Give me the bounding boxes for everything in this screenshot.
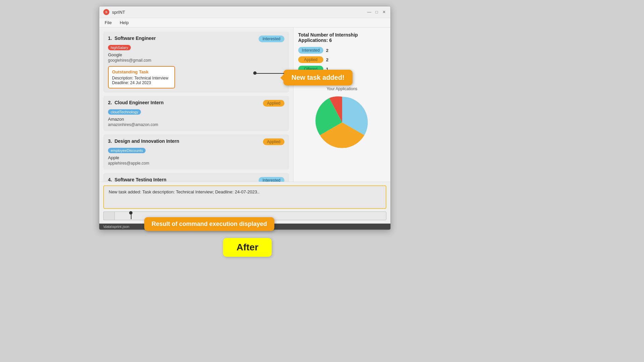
job-card-2[interactable]: 2. Cloud Engineer Intern Applied cloudTe… xyxy=(103,96,289,131)
job-list-panel: 1. Software Engineer Interested highSala… xyxy=(99,27,293,182)
output-box: New task added: Task description: Techni… xyxy=(103,185,386,209)
stat-badge-interested: Interested xyxy=(298,47,323,54)
company-2: Amazon xyxy=(108,117,284,122)
command-button[interactable] xyxy=(103,212,114,220)
new-task-tooltip-wrapper: New task added! xyxy=(283,70,353,85)
email-2: amazonhires@amazon.com xyxy=(108,122,284,127)
stat-row-applied: Applied 2 xyxy=(298,56,386,63)
status-badge-3[interactable]: Applied xyxy=(263,138,284,145)
stats-panel: Total Number of Internship Applications:… xyxy=(293,27,390,182)
stat-count-applied: 2 xyxy=(326,57,328,62)
menu-help[interactable]: Help xyxy=(118,19,130,26)
task-desc-1: Description: Technical Interview xyxy=(112,76,171,80)
task-deadline-1: Deadline: 24 Jul 2023 xyxy=(112,80,171,85)
tag-1: highSalary xyxy=(108,45,131,50)
new-task-tooltip: New task added! xyxy=(283,70,353,85)
job-card-1[interactable]: 1. Software Engineer Interested highSala… xyxy=(103,32,289,93)
email-1: googlehires@gmail.com xyxy=(108,58,284,63)
status-badge-2[interactable]: Applied xyxy=(263,100,284,107)
connector-dot xyxy=(253,71,257,75)
job-title-1: 1. Software Engineer xyxy=(108,36,156,41)
result-tooltip: Result of command execution displayed xyxy=(144,217,274,231)
task-title-1: Outstanding Task xyxy=(112,69,171,74)
connector-line xyxy=(254,73,284,74)
chart-label: Your Applications xyxy=(327,86,358,91)
main-content: 1. Software Engineer Interested highSala… xyxy=(99,27,390,182)
minimize-button[interactable]: — xyxy=(367,10,372,14)
task-box-1: Outstanding Task Description: Technical … xyxy=(108,66,175,88)
company-1: Google xyxy=(108,52,284,57)
app-icon: S xyxy=(103,9,109,15)
stat-badge-applied: Applied xyxy=(298,56,323,63)
app-title: sprINT xyxy=(112,10,125,15)
tag-3: employeeDiscounts xyxy=(108,148,146,153)
after-badge: After xyxy=(223,238,272,257)
close-button[interactable]: ✕ xyxy=(382,10,386,14)
job-title-2: 2. Cloud Engineer Intern xyxy=(108,100,164,105)
output-text: New task added: Task description: Techni… xyxy=(109,189,260,194)
chart-container: Your Applications xyxy=(298,86,386,151)
pie-chart xyxy=(314,94,371,151)
job-card-3[interactable]: 3. Design and Innovation Intern Applied … xyxy=(103,134,289,170)
menubar: File Help xyxy=(99,18,390,27)
titlebar: S sprINT — □ ✕ xyxy=(99,6,390,18)
maximize-button[interactable]: □ xyxy=(374,10,379,14)
result-connector-dot xyxy=(129,211,132,215)
status-badge-4[interactable]: Interested xyxy=(259,177,284,182)
job-title-3: 3. Design and Innovation Intern xyxy=(108,138,179,144)
statusbar-path: \data\sprint.json xyxy=(103,225,129,229)
email-3: applehires@apple.com xyxy=(108,161,284,166)
status-badge-1[interactable]: Interested xyxy=(259,36,284,42)
job-title-4: 4. Software Testing Intern xyxy=(108,177,166,182)
job-card-4[interactable]: 4. Software Testing Intern Interested wi… xyxy=(103,173,289,182)
result-tooltip-wrapper: Result of command execution displayed xyxy=(144,217,274,231)
menu-file[interactable]: File xyxy=(103,19,113,26)
tag-2: cloudTechnology xyxy=(108,109,141,115)
window-controls: — □ ✕ xyxy=(367,10,386,14)
stat-row-interested: Interested 2 xyxy=(298,47,386,54)
company-3: Apple xyxy=(108,155,284,160)
stat-count-interested: 2 xyxy=(326,48,328,53)
stats-title: Total Number of Internship Applications:… xyxy=(298,32,386,43)
